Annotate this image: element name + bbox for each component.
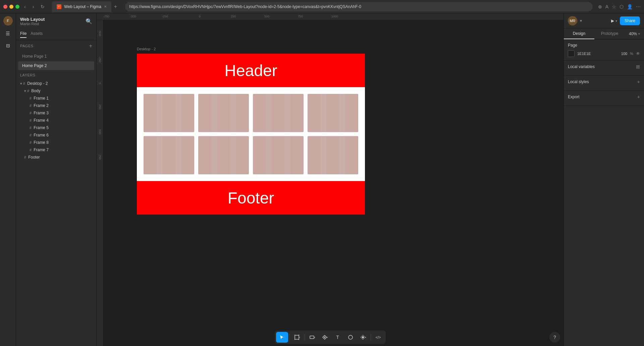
left-panel: Web Layout Martin Reid 🔍 File Assets Pag… <box>16 13 97 346</box>
local-styles-section: Local styles + <box>564 76 644 91</box>
address-bar[interactable]: https://www.figma.com/design/DVoxRHVNHjp… <box>125 2 592 11</box>
grid-cell-2 <box>198 94 249 132</box>
layer-frame2[interactable]: # Frame 2 <box>16 102 96 109</box>
select-tool[interactable]: ▾ <box>276 332 288 343</box>
layer-frame7[interactable]: # Frame 7 <box>16 146 96 154</box>
layer-frame4[interactable]: # Frame 4 <box>16 117 96 124</box>
grid-cell-6 <box>198 136 249 174</box>
active-tab[interactable]: F Web Layout – Figma ✕ <box>52 1 111 12</box>
frame-label: Desktop - 2 <box>137 47 156 51</box>
back-button[interactable]: ‹ <box>22 3 28 10</box>
assets-tab[interactable]: Assets <box>31 31 43 38</box>
design-frame[interactable]: Header Footer <box>137 54 365 215</box>
layers-title: Layers <box>20 73 36 77</box>
zoom-value[interactable]: 40% <box>629 32 637 36</box>
zoom-chevron[interactable]: ▾ <box>638 32 640 36</box>
translate-icon[interactable]: A <box>605 4 608 9</box>
layer-frame1[interactable]: # Frame 1 <box>16 95 96 102</box>
layer-frame5[interactable]: # Frame 5 <box>16 124 96 131</box>
file-tab[interactable]: File <box>20 31 26 38</box>
maximize-dot[interactable] <box>15 5 19 9</box>
forward-button[interactable]: › <box>31 3 36 10</box>
separator2 <box>305 334 305 341</box>
project-name[interactable]: Web Layout <box>20 17 45 22</box>
layer-desktop-2[interactable]: ▾ # Desktop - 2 <box>16 80 96 87</box>
right-header-actions: ▶ ▾ Share <box>611 16 640 25</box>
frame-tool[interactable]: ▾ <box>291 332 303 343</box>
tab-title: Web Layout – Figma <box>64 4 101 9</box>
local-styles-add-icon[interactable]: + <box>637 79 640 84</box>
select-dropdown[interactable]: ▾ <box>284 336 285 339</box>
comp-dropdown[interactable]: ▾ <box>365 336 366 339</box>
pen-tool[interactable]: ▾ <box>319 332 331 343</box>
refresh-button[interactable]: ↻ <box>39 3 47 10</box>
tab-close-button[interactable]: ✕ <box>104 5 107 8</box>
rectangle-tool[interactable]: ▾ <box>306 332 318 343</box>
play-button[interactable]: ▶ ▾ <box>611 18 617 23</box>
local-variables-section: Local variables ⊞ <box>564 61 644 76</box>
layer-frame6[interactable]: # Frame 6 <box>16 131 96 139</box>
avatar-chevron[interactable]: ▾ <box>580 18 582 23</box>
grid-cell-8 <box>308 136 358 174</box>
visibility-icon[interactable]: 👁 <box>636 51 640 56</box>
bookmark-icon[interactable]: ☆ <box>612 4 616 9</box>
page-color-value: 1E1E1E <box>577 52 591 56</box>
export-add-icon[interactable]: + <box>637 94 640 100</box>
text-tool[interactable]: T <box>332 332 344 343</box>
new-tab-button[interactable]: + <box>111 4 120 10</box>
canvas-content[interactable]: Desktop - 2 Header Footer <box>103 20 564 329</box>
tab-favicon: F <box>57 4 61 9</box>
pen-dropdown[interactable]: ▾ <box>327 336 328 339</box>
tab-bar: F Web Layout – Figma ✕ + <box>52 1 120 12</box>
frame-dropdown[interactable]: ▾ <box>299 336 300 339</box>
layer-frame8[interactable]: # Frame 8 <box>16 139 96 146</box>
svg-point-7 <box>348 335 353 339</box>
canvas-area[interactable]: -750 -500 -250 0 250 500 750 1000 -500 -… <box>97 13 564 346</box>
page-item-home1[interactable]: Home Page 1 <box>18 52 94 61</box>
layer-body[interactable]: ▾ # Body <box>16 87 96 95</box>
figma-toolbar: F ☰ ⊟ <box>0 13 16 346</box>
project-header: Web Layout Martin Reid 🔍 <box>16 13 96 29</box>
project-info: Web Layout Martin Reid <box>20 17 45 26</box>
page-item-home2[interactable]: Home Page 2 <box>18 61 94 70</box>
zoom-icon[interactable]: ⊕ <box>598 4 602 9</box>
svg-rect-0 <box>295 335 299 339</box>
local-styles-title: Local styles <box>568 79 589 84</box>
page-section-header: Page <box>568 43 640 48</box>
close-dot[interactable] <box>3 5 7 9</box>
right-panel: MR ▾ ▶ ▾ Share Design Prototype 40% ▾ Pa… <box>564 13 644 346</box>
profile-icon[interactable]: 👤 <box>627 4 633 9</box>
components-tool[interactable]: ▾ <box>357 332 369 343</box>
layers-panel-toggle[interactable]: ⊟ <box>3 40 13 51</box>
minimize-dot[interactable] <box>9 5 13 9</box>
extensions-icon[interactable]: ⬡ <box>620 4 624 9</box>
figma-logo[interactable]: F <box>3 16 13 25</box>
local-styles-header: Local styles + <box>568 79 640 84</box>
layer-footer[interactable]: # Footer <box>16 154 96 161</box>
user-avatar[interactable]: MR <box>568 16 577 25</box>
footer-section: Footer <box>137 181 365 215</box>
local-variables-header: Local variables ⊞ <box>568 64 640 69</box>
design-tabs: Design Prototype 40% ▾ <box>564 28 644 40</box>
main-menu-button[interactable]: ☰ <box>3 28 13 39</box>
page-color-swatch[interactable] <box>568 50 575 57</box>
right-panel-header: MR ▾ ▶ ▾ Share <box>564 13 644 28</box>
bottom-toolbar: ▾ ▾ ▾ ▾ T <box>97 329 564 346</box>
prototype-tab[interactable]: Prototype <box>594 28 625 39</box>
search-icon[interactable]: 🔍 <box>86 18 92 24</box>
window-controls <box>3 5 19 9</box>
layer-frame3[interactable]: # Frame 3 <box>16 109 96 117</box>
ruler-vertical: -500 -250 0 250 500 750 <box>97 20 103 346</box>
ellipse-tool[interactable] <box>344 332 357 343</box>
code-tool[interactable]: </> <box>372 332 384 343</box>
export-title: Export <box>568 95 580 99</box>
tools-group: ▾ ▾ ▾ ▾ T <box>275 331 386 344</box>
design-tab[interactable]: Design <box>564 28 594 39</box>
local-variables-action-icon[interactable]: ⊞ <box>636 64 640 69</box>
svg-rect-5 <box>310 336 314 339</box>
page-opacity-value: 100 <box>621 52 627 56</box>
add-page-button[interactable]: + <box>89 43 92 49</box>
share-button[interactable]: Share <box>620 16 640 25</box>
rect-dropdown[interactable]: ▾ <box>314 336 315 339</box>
more-icon[interactable]: ⋯ <box>636 4 641 9</box>
